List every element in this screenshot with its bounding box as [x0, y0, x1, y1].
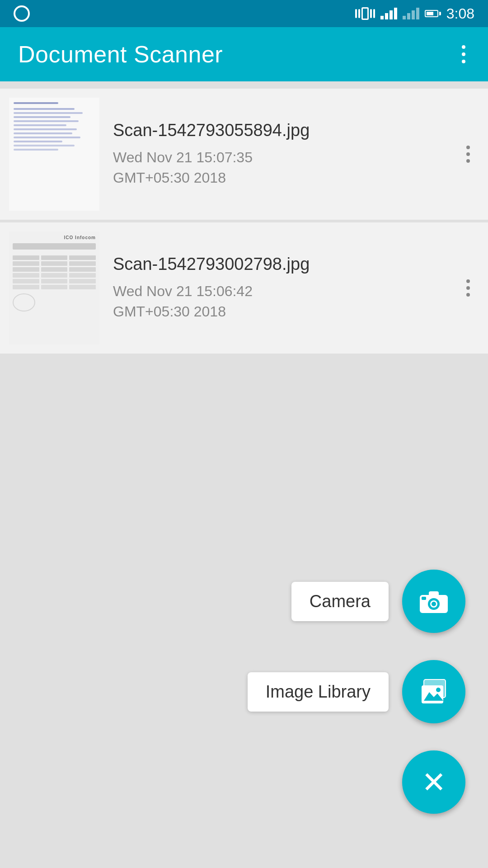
- camera-label[interactable]: Camera: [291, 582, 389, 621]
- svg-rect-5: [422, 597, 426, 600]
- doc-name-2: Scan-1542793002798.jpg: [113, 255, 448, 274]
- battery-icon: [425, 10, 441, 17]
- notification-icon: [14, 5, 30, 22]
- app-bar: Document Scanner: [0, 27, 488, 81]
- fab-area: Camera Image Library: [248, 570, 465, 814]
- doc-menu-button-2[interactable]: [462, 275, 474, 301]
- status-right: 3:08: [355, 5, 474, 22]
- doc-name-1: Scan-1542793055894.jpg: [113, 121, 448, 140]
- signal-icon: [380, 8, 397, 19]
- overflow-dot-2: [462, 52, 465, 56]
- vibrate-icon: [355, 7, 375, 20]
- doc-thumbnail-1: [9, 98, 99, 211]
- close-icon: ✕: [422, 768, 446, 797]
- signal-icon-2: [403, 8, 419, 19]
- status-left: [14, 5, 30, 22]
- doc-info-2: Scan-1542793002798.jpg Wed Nov 21 15:06:…: [113, 255, 448, 322]
- svg-point-9: [436, 688, 441, 692]
- status-time: 3:08: [446, 5, 474, 22]
- svg-point-3: [432, 602, 436, 606]
- close-fab-button[interactable]: ✕: [402, 750, 465, 814]
- overflow-dot-1: [462, 45, 465, 49]
- overflow-menu-button[interactable]: [457, 41, 470, 68]
- document-list: Scan-1542793055894.jpg Wed Nov 21 15:07:…: [0, 81, 488, 361]
- camera-fab-button[interactable]: [402, 570, 465, 633]
- svg-rect-4: [429, 591, 439, 597]
- image-library-fab-button[interactable]: [402, 660, 465, 723]
- image-library-fab-row: Image Library: [248, 660, 465, 723]
- doc-info-1: Scan-1542793055894.jpg Wed Nov 21 15:07:…: [113, 121, 448, 188]
- doc-menu-button-1[interactable]: [462, 141, 474, 167]
- camera-fab-row: Camera: [291, 570, 465, 633]
- doc-date-1: Wed Nov 21 15:07:35 GMT+05:30 2018: [113, 147, 448, 188]
- doc-thumbnail-2: ICO Infocom: [9, 231, 99, 344]
- image-library-label[interactable]: Image Library: [248, 672, 389, 712]
- document-item-2[interactable]: ICO Infocom: [0, 222, 488, 354]
- camera-icon: [418, 588, 450, 615]
- status-bar: 3:08: [0, 0, 488, 27]
- app-title: Document Scanner: [18, 41, 223, 68]
- document-item-1[interactable]: Scan-1542793055894.jpg Wed Nov 21 15:07:…: [0, 89, 488, 220]
- overflow-dot-3: [462, 60, 465, 63]
- image-library-icon: [419, 677, 449, 707]
- doc-date-2: Wed Nov 21 15:06:42 GMT+05:30 2018: [113, 281, 448, 322]
